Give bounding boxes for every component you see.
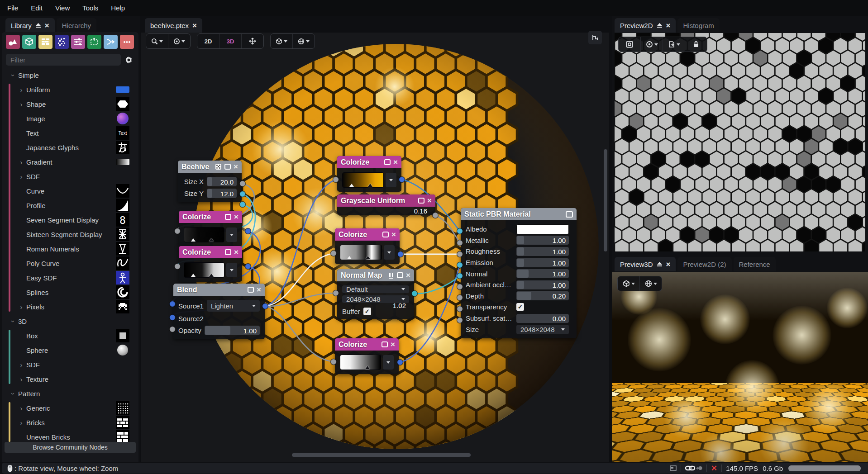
chevron-right-icon[interactable]: › [18,361,24,369]
eject-icon[interactable] [35,23,41,28]
normalmap-buffer-checkbox[interactable]: ✓ [363,308,371,315]
buffer-icon[interactable] [382,232,389,237]
tab-preview2d-2-[interactable]: Preview2D (2) [677,257,731,271]
tab-histogram[interactable]: Histogram [677,18,719,33]
node-colorize-header[interactable]: Colorize × [337,156,401,168]
graph-vertical-scrollbar[interactable] [604,149,607,251]
blend-mode-select[interactable]: Lighten [207,300,260,312]
library-item-uniform[interactable]: ›Uniform [0,82,140,97]
library-item-gradient[interactable]: ›Gradient [0,155,140,169]
close-icon[interactable]: × [406,271,410,279]
tab-library[interactable]: Library × [5,18,55,33]
menu-item-edit[interactable]: Edit [31,4,43,12]
randomize-dice-icon[interactable] [215,163,222,170]
node-colorize-2[interactable]: Colorize × [179,246,242,282]
gradient-widget[interactable] [342,172,384,188]
buffer-icon[interactable] [225,249,231,255]
close-icon[interactable]: × [393,158,398,166]
node-normal-map-header[interactable]: Normal Map × [337,269,414,281]
buffer-icon[interactable] [397,272,403,278]
chevron-down-icon[interactable]: › [10,72,17,78]
node-colorize-header[interactable]: Colorize × [179,246,242,258]
blend-opacity-slider[interactable]: 1.00 [205,326,260,335]
gradient-widget[interactable] [340,355,381,370]
cube-category-icon[interactable] [22,35,36,49]
pbr-slider[interactable]: 0.00 [516,314,569,323]
pbr-slider[interactable]: 1.00 [516,280,569,289]
library-item-profile[interactable]: Profile [0,198,140,213]
tab-preview2d[interactable]: Preview2D× [615,18,676,33]
close-icon[interactable]: × [666,22,671,29]
albedo-color-swatch[interactable] [516,224,569,234]
param-slider[interactable]: 20.0 [207,177,237,186]
pbr-slider[interactable]: 0.20 [516,291,569,300]
sliders-category-icon[interactable] [71,35,85,49]
library-item-roman-numerals[interactable]: Roman Numerals [0,242,140,256]
noise-category-icon[interactable] [55,35,69,49]
environment-select-button[interactable] [640,276,662,291]
close-icon[interactable]: × [391,231,396,238]
node-colorize-5[interactable]: Colorize × [335,338,399,374]
node-colorize-header[interactable]: Colorize × [179,211,242,223]
close-icon[interactable]: × [192,22,197,29]
buffer-icon[interactable] [382,341,388,347]
chevron-down-icon[interactable]: › [10,390,17,397]
close-icon[interactable]: × [45,22,49,29]
shapes-category-icon[interactable] [6,35,20,49]
node-colorize-4[interactable]: Colorize × [335,228,400,264]
pbr-slider[interactable]: 1.00 [516,258,569,267]
library-item-shape[interactable]: ›Shape [0,97,140,111]
close-icon[interactable]: × [234,213,238,221]
menu-item-view[interactable]: View [55,4,70,12]
library-item-pixels[interactable]: ›Pixels [0,299,140,314]
tab-hierarchy[interactable]: Hierarchy [57,18,96,33]
gradient-dropdown[interactable] [226,228,237,242]
library-item-simple[interactable]: ›Simple [0,68,140,82]
library-item-curve[interactable]: Curve [0,184,140,198]
close-icon[interactable]: × [234,163,238,171]
close-icon[interactable]: × [666,261,671,268]
node-colorize-header[interactable]: Colorize × [335,228,400,241]
filter-input[interactable] [6,54,121,66]
library-item-sdf[interactable]: ›SDF [0,169,140,184]
selection-category-icon[interactable] [87,35,101,49]
link-renderer-icon[interactable] [685,465,702,472]
library-item-generic[interactable]: ›Generic [0,401,140,415]
minimap-icon[interactable] [670,465,677,471]
buffer-icon[interactable] [566,211,573,218]
gradient-widget[interactable] [340,245,382,260]
buffer-icon[interactable] [248,287,254,293]
eject-icon[interactable] [657,261,663,267]
view-2d-button[interactable]: 2D [197,34,219,48]
library-item-easy-sdf[interactable]: Easy SDF [0,270,140,285]
library-item-sphere[interactable]: Sphere [0,343,140,357]
zoom-menu-button[interactable] [146,34,168,48]
library-item-image[interactable]: Image [0,111,140,126]
node-colorize-header[interactable]: Colorize × [335,338,399,351]
gradient-dropdown[interactable] [226,263,237,277]
close-icon[interactable]: × [257,286,261,294]
node-blend[interactable]: Blend × Source1 Lighten Source2 Opacity … [173,284,265,339]
export-button[interactable] [663,37,685,52]
library-item-japanese-glyphs[interactable]: Japanese Glyphs [0,140,140,155]
close-icon[interactable]: × [391,341,395,348]
environment-menu-button[interactable] [293,34,315,48]
node-blend-header[interactable]: Blend × [173,284,265,296]
chevron-right-icon[interactable]: › [18,100,24,108]
gradient-widget[interactable] [184,227,224,242]
normalmap-format-select[interactable]: Default [342,285,409,293]
menu-item-help[interactable]: Help [111,4,125,12]
preview3d-viewport[interactable] [612,272,868,462]
library-item-splines[interactable]: Splines [0,285,140,299]
pbr-slider[interactable]: 1.00 [516,236,569,245]
preview-menu-button[interactable] [168,34,190,48]
gradient-dropdown[interactable] [386,173,396,187]
pbr-slider[interactable]: 1.00 [516,247,569,256]
view-options-button[interactable] [641,37,663,52]
node-colorize-3[interactable]: Colorize × [337,156,401,192]
library-item-seven-segment-display[interactable]: Seven Segment Display8 [0,213,140,227]
browse-community-nodes-button[interactable]: Browse Community Nodes [5,442,136,453]
library-item-sdf[interactable]: ›SDF [0,357,140,372]
buffer-icon[interactable] [224,164,231,170]
node-beehive-header[interactable]: Beehive × [178,161,242,173]
